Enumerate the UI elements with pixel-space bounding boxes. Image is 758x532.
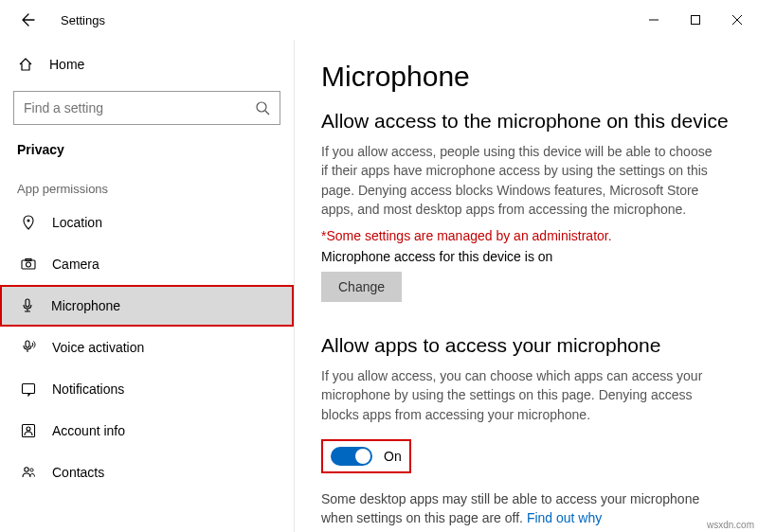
close-button[interactable] xyxy=(716,5,758,35)
section-desc-2: If you allow access, you can choose whic… xyxy=(321,366,719,424)
nav-label: Voice activation xyxy=(52,340,144,355)
section-heading-device-access: Allow access to the microphone on this d… xyxy=(321,110,731,133)
maximize-button[interactable] xyxy=(675,5,716,35)
search-input[interactable] xyxy=(24,100,232,115)
sidebar-item-notifications[interactable]: Notifications xyxy=(0,368,294,410)
section-desc: If you allow access, people using this d… xyxy=(321,142,719,219)
sidebar-item-camera[interactable]: Camera xyxy=(0,243,294,285)
find-out-why-link[interactable]: Find out why xyxy=(527,510,602,525)
voice-icon xyxy=(20,339,37,356)
svg-rect-7 xyxy=(22,260,35,269)
content-pane: Microphone Allow access to the microphon… xyxy=(294,40,758,532)
camera-icon xyxy=(20,256,37,273)
svg-rect-1 xyxy=(692,16,700,25)
category-label: Privacy xyxy=(0,125,294,161)
change-button[interactable]: Change xyxy=(321,272,402,302)
nav-label: Account info xyxy=(52,423,125,438)
nav-label: Notifications xyxy=(52,381,124,397)
svg-line-5 xyxy=(265,111,269,115)
arrow-left-icon xyxy=(21,12,36,27)
watermark: wsxdn.com xyxy=(707,520,754,530)
search-icon xyxy=(255,100,270,115)
svg-point-14 xyxy=(27,427,30,431)
svg-rect-12 xyxy=(23,384,35,394)
titlebar: Settings xyxy=(0,0,758,40)
sidebar-item-location[interactable]: Location xyxy=(0,202,294,243)
svg-rect-10 xyxy=(26,299,29,307)
footer-note: Some desktop apps may still be able to a… xyxy=(321,490,729,527)
group-label: App permissions xyxy=(0,161,294,202)
nav-list: Location Camera Microphone Voice activat… xyxy=(0,202,294,493)
home-icon xyxy=(17,56,34,73)
svg-rect-11 xyxy=(26,341,29,347)
nav-label: Contacts xyxy=(52,465,104,480)
sidebar-item-microphone[interactable]: Microphone xyxy=(0,285,294,327)
home-label: Home xyxy=(49,57,84,72)
back-button[interactable] xyxy=(15,7,42,33)
app-access-toggle[interactable] xyxy=(331,447,372,466)
svg-point-15 xyxy=(25,468,28,471)
sidebar-item-home[interactable]: Home xyxy=(0,45,294,83)
app-access-toggle-row: On xyxy=(321,439,411,473)
notifications-icon xyxy=(20,381,37,398)
device-access-status: Microphone access for this device is on xyxy=(321,249,731,264)
svg-point-8 xyxy=(27,262,31,267)
sidebar-item-account-info[interactable]: Account info xyxy=(0,410,294,452)
location-icon xyxy=(20,214,37,231)
toggle-label: On xyxy=(384,449,402,464)
sidebar-item-voice-activation[interactable]: Voice activation xyxy=(0,327,294,368)
minimize-button[interactable] xyxy=(633,5,675,35)
section-heading-app-access: Allow apps to access your microphone xyxy=(321,334,731,357)
nav-label: Location xyxy=(52,215,102,230)
page-title: Microphone xyxy=(321,61,731,93)
nav-label: Camera xyxy=(52,257,99,272)
search-input-container[interactable] xyxy=(13,91,280,125)
contacts-icon xyxy=(20,464,37,481)
sidebar: Home Privacy App permissions Location Ca… xyxy=(0,40,294,532)
svg-point-16 xyxy=(30,469,33,471)
svg-point-6 xyxy=(27,220,30,222)
sidebar-item-contacts[interactable]: Contacts xyxy=(0,452,294,493)
nav-label: Microphone xyxy=(51,298,120,313)
window-title: Settings xyxy=(61,13,105,27)
account-icon xyxy=(20,422,37,439)
microphone-icon xyxy=(19,297,36,314)
admin-warning: *Some settings are managed by an adminis… xyxy=(321,228,731,243)
svg-point-4 xyxy=(257,102,266,112)
